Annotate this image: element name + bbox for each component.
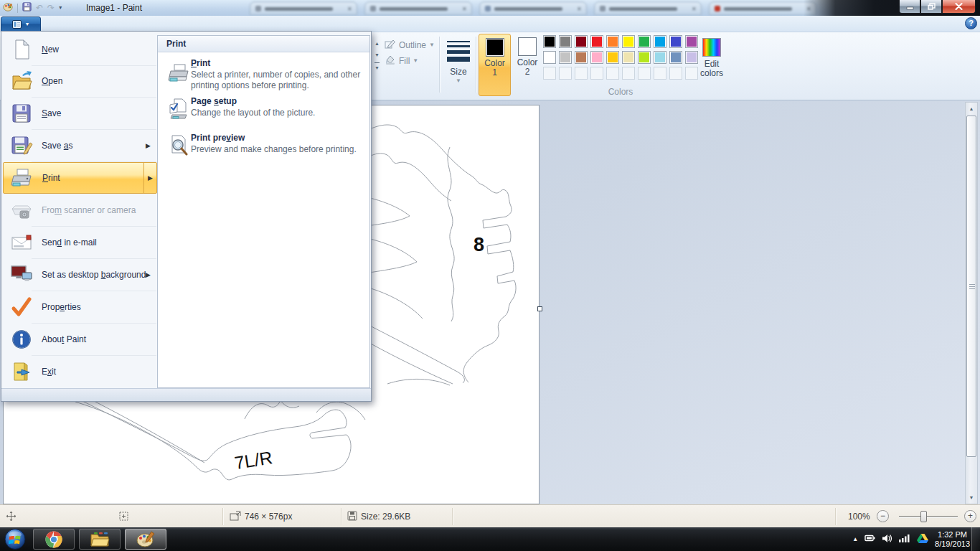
taskbar-paint-button[interactable] [125,529,166,550]
palette-color-well[interactable] [543,35,556,48]
window-title: Image1 - Paint [86,3,142,13]
palette-empty-well[interactable] [669,67,682,80]
start-button[interactable] [1,528,29,551]
close-button[interactable] [942,0,976,14]
status-bar: 746 × 576px Size: 29.6KB 100% − + [0,504,980,527]
google-drive-icon[interactable] [917,533,928,545]
page-setup-icon [168,98,191,121]
palette-empty-well[interactable] [590,67,603,80]
color1-label-line2: 1 [479,68,510,77]
palette-color-well[interactable] [606,35,619,48]
volume-icon[interactable] [882,534,892,545]
palette-empty-well[interactable] [622,67,635,80]
restore-button[interactable] [920,0,942,14]
file-menu-item-send-email[interactable]: Send in e-mail [3,227,156,258]
shapes-scroll-down-icon[interactable]: ▼ [374,51,380,60]
palette-color-well[interactable] [669,51,682,64]
checkmark-icon [10,296,33,319]
palette-color-well[interactable] [590,35,603,48]
file-menu-button[interactable]: ▼ [1,17,41,32]
scroll-up-icon[interactable]: ▲ [966,103,977,114]
palette-color-well[interactable] [654,51,666,64]
palette-color-well[interactable] [559,35,572,48]
palette-empty-well[interactable] [543,67,556,80]
ribbon-divider [439,37,440,93]
file-menu-item-exit[interactable]: Exit [3,356,156,387]
tray-expand-icon[interactable]: ▲ [852,536,858,542]
zoom-in-button[interactable]: + [964,510,976,522]
tab-close-icon: ✕ [347,6,352,11]
system-tray: ▲ 1:32 PM 8/19/2013 [852,527,970,551]
print-submenu-arrow-icon: ▶ [143,163,156,193]
file-menu-item-save[interactable]: Save [3,98,156,129]
outline-button[interactable]: Outline ▼ [385,38,435,52]
file-menu-item-new[interactable]: New [3,34,156,65]
palette-empty-well[interactable] [606,67,619,80]
help-icon[interactable]: ? [965,17,977,29]
file-menu-item-open[interactable]: Open [3,65,156,97]
zoom-out-button[interactable]: − [877,510,889,522]
palette-color-well[interactable] [575,51,588,64]
palette-color-well[interactable] [622,35,635,48]
redo-icon[interactable]: ↷ [47,3,55,13]
canvas-resize-handle[interactable] [537,306,542,311]
undo-icon[interactable]: ↶ [36,3,43,13]
file-menu-item-about[interactable]: About Paint [3,324,156,355]
clock-time: 1:32 PM [935,530,970,540]
file-menu-item-save-as[interactable]: Save as ▶ [3,130,156,161]
zoom-slider-thumb[interactable] [920,511,927,522]
palette-color-well[interactable] [575,35,588,48]
file-menu-item-set-desktop-background[interactable]: Set as desktop background ▶ [3,259,156,291]
palette-color-well[interactable] [654,35,666,48]
palette-empty-well[interactable] [638,67,651,80]
scrollbar-thumb[interactable] [966,116,976,457]
new-document-icon [10,38,33,61]
palette-color-well[interactable] [559,51,572,64]
palette-color-well[interactable] [638,51,651,64]
color-palette [543,35,702,85]
screen: ✕✕✕✕✕ ↶ ↷ ▾ Image1 - Paint [0,0,980,551]
palette-color-well[interactable] [622,51,635,64]
battery-icon[interactable] [864,534,875,545]
taskbar-explorer-button[interactable] [79,529,121,550]
taskbar-chrome-button[interactable] [33,529,75,550]
palette-empty-well[interactable] [575,67,588,80]
vertical-scrollbar[interactable]: ▲ ▼ [965,102,978,504]
shapes-more-icon[interactable]: ▼ [374,62,380,72]
fill-button[interactable]: Fill ▼ [385,54,418,67]
background-browser-tab: ✕ [250,1,357,15]
file-menu-icon [12,20,22,29]
palette-color-well[interactable] [590,51,603,64]
palette-color-well[interactable] [543,51,556,64]
show-desktop-button[interactable] [971,527,980,551]
file-menu-item-properties[interactable]: Properties [3,291,156,323]
file-menu-item-print[interactable]: Print ▶ [3,162,157,194]
palette-empty-well[interactable] [654,67,666,80]
shapes-scroll-up-icon[interactable]: ▲ [374,39,380,48]
clock[interactable]: 1:32 PM 8/19/2013 [935,530,970,549]
color2-button[interactable]: Color 2 [512,34,542,96]
network-signal-icon[interactable] [899,534,910,545]
tab-favicon [370,6,376,11]
color1-button[interactable]: Color 1 [479,34,511,96]
piece-label-8: 8 [473,234,484,255]
minimize-button[interactable] [899,0,920,14]
color2-label-line2: 2 [512,67,542,77]
customize-qat-icon[interactable]: ▾ [59,3,62,13]
save-icon[interactable] [22,2,32,14]
palette-empty-well[interactable] [559,67,572,80]
palette-color-well[interactable] [638,35,651,48]
tab-favicon [485,6,491,11]
tab-close-icon: ✕ [577,6,582,11]
image-dimensions-icon [230,511,241,524]
file-menu-item-from-scanner: From scanner or camera [3,194,156,226]
size-button[interactable]: Size ▼ [442,35,475,97]
zoom-slider-track[interactable] [899,516,958,517]
palette-color-well[interactable] [606,51,619,64]
palette-color-well[interactable] [669,35,682,48]
chrome-icon [44,530,63,549]
edit-colors-button[interactable]: Edit colors [693,35,730,97]
shapes-gallery-scroll[interactable]: ▲ ▼ ▼ [372,39,382,83]
scroll-down-icon[interactable]: ▼ [966,492,977,503]
piece-label-7lr: 7L/R [233,447,274,473]
